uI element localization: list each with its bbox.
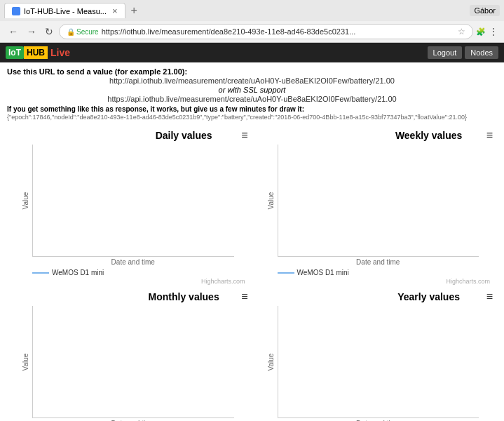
menu-button[interactable]: ⋮ — [489, 26, 498, 37]
weekly-chart-container: Weekly values ≡ Value Date and time WeMO… — [252, 126, 498, 288]
daily-y-label: Value — [22, 192, 29, 210]
weekly-chart-area — [278, 145, 479, 257]
weekly-legend-line — [278, 272, 294, 274]
logout-button[interactable]: Logout — [428, 46, 463, 59]
secure-badge: 🔒 Secure — [67, 28, 99, 36]
daily-legend-label: WeMOS D1 mini — [52, 269, 104, 276]
weekly-chart-menu-icon[interactable]: ≡ — [486, 129, 493, 142]
daily-chart-header: Daily values ≡ — [11, 129, 248, 142]
yearly-chart-menu-icon[interactable]: ≡ — [486, 290, 493, 303]
tab-close-button[interactable]: × — [112, 6, 118, 16]
browser-toolbar: ← → ↻ 🔒 Secure https://iothub.live/measu… — [0, 21, 504, 42]
monthly-chart-title: Monthly values — [126, 291, 241, 302]
app-header: IoT HUB Live Logout Nodes — [0, 43, 504, 62]
weekly-legend: WeMOS D1 mini — [278, 269, 493, 276]
weekly-legend-label: WeMOS D1 mini — [297, 269, 349, 276]
secure-label: Secure — [76, 28, 99, 36]
logo-hub: HUB — [24, 46, 48, 59]
monthly-chart-header: Monthly values ≡ — [11, 290, 248, 303]
nodes-button[interactable]: Nodes — [465, 46, 498, 59]
address-bar[interactable]: 🔒 Secure https://iothub.live/measurement… — [59, 24, 473, 39]
new-tab-button[interactable]: + — [128, 4, 140, 17]
yearly-chart-container: Yearly values ≡ Value Date and time WeMO… — [252, 288, 498, 421]
daily-highcharts-credit: Highcharts.com — [11, 278, 248, 285]
tab-favicon — [12, 7, 20, 15]
monthly-y-label: Value — [22, 354, 29, 371]
address-icons: ☆ — [458, 27, 465, 36]
response-text: {"epoch":17846,"nodeId":"dea8e210-493e-1… — [7, 114, 497, 121]
tab-title: IoT-HUB-Live - Measu... — [24, 7, 107, 15]
url-intro-label: Use this URL to send a value (for exampl… — [7, 67, 187, 76]
monthly-chart-wrapper: Value — [11, 306, 248, 418]
weekly-chart-wrapper: Value — [257, 145, 493, 257]
daily-legend-line — [32, 272, 49, 274]
yearly-chart-header: Yearly values ≡ — [257, 290, 493, 303]
weekly-chart-header: Weekly values ≡ — [257, 129, 493, 142]
browser-account: Gábor — [470, 5, 500, 16]
logo-live: Live — [48, 46, 73, 60]
yearly-y-label: Value — [266, 354, 274, 371]
monthly-chart-area — [32, 306, 234, 418]
browser-chrome: IoT-HUB-Live - Measu... × + Gábor ← → ↻ … — [0, 0, 504, 43]
url-info: Use this URL to send a value (for exampl… — [7, 67, 497, 121]
daily-legend: WeMOS D1 mini — [32, 269, 248, 276]
reload-button[interactable]: ↻ — [42, 25, 56, 39]
weekly-x-label: Date and time — [278, 258, 479, 266]
url-or-label: or with SSL support — [7, 86, 497, 94]
monthly-chart-container: Monthly values ≡ Value Date and time WeM… — [7, 288, 252, 421]
logo-iot: IoT — [6, 46, 24, 59]
bookmark-icon[interactable]: ☆ — [458, 27, 465, 36]
address-text: https://iothub.live/measurement/dea8e210… — [102, 27, 356, 36]
browser-titlebar: IoT-HUB-Live - Measu... × + Gábor — [0, 0, 504, 21]
extensions-button[interactable]: 🧩 — [476, 27, 486, 36]
page-content: Use this URL to send a value (for exampl… — [0, 62, 504, 421]
daily-chart-menu-icon[interactable]: ≡ — [241, 129, 247, 142]
daily-chart-wrapper: Value — [11, 145, 248, 257]
browser-tab[interactable]: IoT-HUB-Live - Measu... × — [4, 3, 125, 18]
monthly-chart-menu-icon[interactable]: ≡ — [241, 290, 247, 303]
charts-grid: Daily values ≡ Value Date and time WeMOS… — [7, 126, 497, 421]
yearly-chart-wrapper: Value — [257, 306, 493, 418]
weekly-y-label: Value — [266, 192, 274, 210]
daily-chart-title: Daily values — [126, 130, 241, 141]
daily-chart-area — [32, 145, 234, 257]
response-info-label: If you get something like this as respon… — [7, 105, 497, 113]
weekly-chart-title: Weekly values — [372, 130, 486, 141]
daily-chart-container: Daily values ≡ Value Date and time WeMOS… — [7, 126, 252, 288]
yearly-chart-area — [278, 306, 479, 418]
forward-button[interactable]: → — [24, 25, 39, 39]
back-button[interactable]: ← — [6, 25, 21, 39]
url-http-text: http://api.iothub.live/measurement/creat… — [7, 76, 497, 85]
weekly-highcharts-credit: Highcharts.com — [257, 278, 493, 285]
yearly-chart-title: Yearly values — [372, 291, 486, 302]
url-https-text: https://api.iothub.live/measurement/crea… — [7, 95, 497, 103]
daily-x-label: Date and time — [32, 258, 234, 266]
